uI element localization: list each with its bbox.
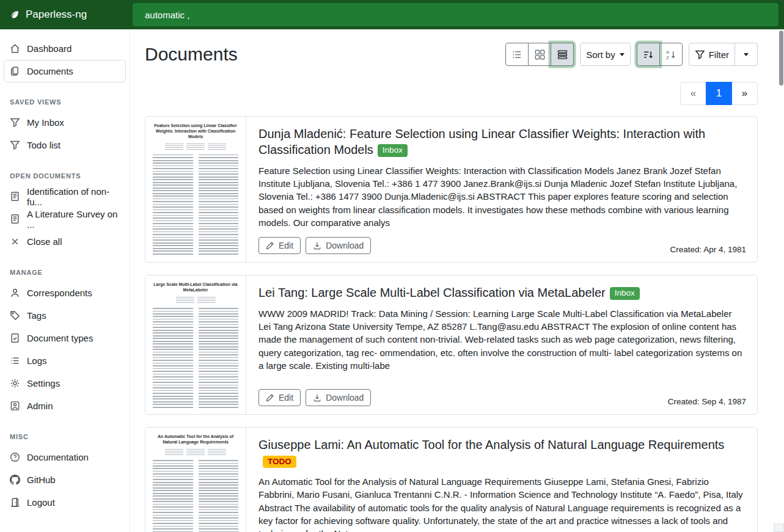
- document-title: Giuseppe Lami: An Automatic Tool for the…: [258, 437, 746, 469]
- sidebar-item-documentation[interactable]: Documentation: [0, 446, 130, 468]
- document-title-link[interactable]: Giuseppe Lami: An Automatic Tool for the…: [258, 438, 724, 451]
- pagination-next-button[interactable]: »: [731, 82, 758, 105]
- sidebar-item-label: Identification of non-fu...: [27, 186, 120, 207]
- dashboard-icon: [10, 43, 20, 54]
- tag-badge-todo[interactable]: TODO: [263, 456, 296, 468]
- sidebar-section-open-documents: OPEN DOCUMENTS: [0, 172, 130, 185]
- app-brand[interactable]: Paperless-ng: [0, 0, 130, 29]
- sidebar-item-my-inbox[interactable]: My Inbox: [0, 111, 130, 134]
- view-table-button[interactable]: [505, 43, 529, 66]
- document-thumbnail[interactable]: Large Scale Multi-Label Classification v…: [145, 275, 246, 414]
- sort-direction-group: AZ: [637, 43, 683, 66]
- tag-badge-inbox[interactable]: Inbox: [610, 287, 640, 300]
- person-icon: [10, 288, 20, 298]
- document-thumbnail[interactable]: An Automatic Tool for the Analysis of Na…: [145, 428, 246, 532]
- sidebar-item-todo-list[interactable]: Todo list: [0, 134, 130, 156]
- sidebar-item-label: Admin: [27, 401, 53, 411]
- document-card-footer: Edit Download Created: Sep 4, 1987: [258, 381, 746, 406]
- sidebar-item-documents[interactable]: Documents: [4, 60, 126, 82]
- sidebar-item-dashboard[interactable]: Dashboard: [0, 37, 130, 60]
- question-circle-icon: [10, 452, 20, 462]
- download-icon: [313, 241, 321, 250]
- scrollbar-corner: [774, 523, 784, 532]
- toolbar: Sort by AZ Filter: [505, 43, 758, 66]
- edit-label: Edit: [279, 393, 293, 403]
- created-date: Created: Apr 4, 1981: [670, 245, 746, 254]
- sidebar-item-close-all[interactable]: Close all: [0, 230, 130, 253]
- vertical-scrollbar-thumb[interactable]: [779, 31, 783, 86]
- edit-button[interactable]: Edit: [258, 237, 301, 254]
- thumbnail-title: Large Scale Multi-Label Classification v…: [153, 282, 238, 293]
- sidebar-item-label: Logout: [27, 497, 55, 508]
- document-title-link[interactable]: Lei Tang: Large Scale Multi-Label Classi…: [258, 286, 606, 299]
- document-card-body: Giuseppe Lami: An Automatic Tool for the…: [246, 428, 757, 532]
- pagination-page-1-button[interactable]: 1: [706, 82, 732, 105]
- documents-page: Documents Sort by: [130, 29, 784, 532]
- sidebar-item-document-types[interactable]: Document types: [0, 327, 130, 349]
- pencil-icon: [266, 241, 274, 250]
- sidebar-item-logs[interactable]: Logs: [0, 349, 130, 372]
- edit-button[interactable]: Edit: [258, 389, 301, 406]
- sidebar-item-label: My Inbox: [27, 117, 64, 128]
- sidebar-item-open-document-2[interactable]: A Literature Survey on ...: [0, 208, 130, 230]
- filter-funnel-icon: [10, 117, 20, 128]
- sort-descending-button[interactable]: [637, 43, 660, 66]
- sidebar-item-label: Dashboard: [27, 43, 71, 54]
- download-label: Download: [326, 393, 364, 403]
- pencil-icon: [266, 393, 274, 402]
- sidebar-item-label: A Literature Survey on ...: [27, 209, 120, 230]
- sidebar-item-admin[interactable]: Admin: [0, 395, 130, 417]
- search-input[interactable]: [133, 3, 779, 26]
- document-title-link[interactable]: Dunja Mladenić: Feature Selection using …: [258, 127, 705, 156]
- sidebar-item-label: Todo list: [27, 140, 60, 150]
- download-button[interactable]: Download: [306, 389, 371, 406]
- sidebar-item-label: Documents: [27, 66, 73, 76]
- page-title: Documents: [145, 44, 238, 65]
- document-card: Feature Selection using Linear Classifie…: [145, 116, 758, 263]
- sidebar-item-tags[interactable]: Tags: [0, 304, 130, 327]
- file-text-icon: [10, 191, 20, 202]
- edit-label: Edit: [279, 241, 293, 250]
- pagination: « 1 »: [145, 82, 758, 105]
- download-label: Download: [326, 241, 364, 250]
- sidebar-item-open-document-1[interactable]: Identification of non-fu...: [0, 185, 130, 208]
- sidebar-item-settings[interactable]: Settings: [0, 372, 130, 395]
- tag-icon: [10, 310, 20, 321]
- download-button[interactable]: Download: [306, 237, 371, 254]
- sort-by-dropdown[interactable]: Sort by: [580, 43, 631, 66]
- view-grid-button[interactable]: [528, 43, 551, 66]
- document-thumbnail[interactable]: Feature Selection using Linear Classifie…: [145, 117, 246, 262]
- filter-button[interactable]: Filter: [689, 43, 735, 66]
- file-check-icon: [10, 333, 20, 343]
- sidebar-item-github[interactable]: GitHub: [0, 468, 130, 491]
- pagination-previous-button[interactable]: «: [680, 82, 706, 105]
- search-bar: [130, 0, 784, 29]
- sidebar-section-misc: MISC: [0, 433, 130, 446]
- thumbnail-text-lines: [153, 460, 238, 532]
- sidebar-item-label: Document types: [27, 333, 93, 343]
- thumbnail-author-lines: [153, 297, 238, 304]
- app-title: Paperless-ng: [26, 9, 87, 21]
- sidebar-item-label: Documentation: [27, 452, 89, 462]
- person-badge-icon: [10, 401, 20, 411]
- filter-group: Filter: [689, 43, 758, 66]
- documents-icon: [10, 66, 20, 76]
- thumbnail-text-lines: [153, 308, 238, 408]
- close-icon: [10, 236, 20, 247]
- tag-badge-inbox[interactable]: Inbox: [378, 144, 408, 157]
- sidebar-item-label: Logs: [27, 355, 47, 366]
- sidebar-item-label: Settings: [27, 378, 60, 388]
- filter-dropdown-toggle[interactable]: [735, 43, 758, 66]
- sidebar-item-logout[interactable]: Logout: [0, 491, 130, 514]
- view-details-button[interactable]: [551, 43, 574, 66]
- sort-alphabetical-button[interactable]: AZ: [659, 43, 683, 66]
- sidebar-item-label: Correspondents: [27, 288, 92, 298]
- sidebar-item-correspondents[interactable]: Correspondents: [0, 282, 130, 304]
- chevron-down-icon: [744, 53, 749, 56]
- document-list: Feature Selection using Linear Classifie…: [145, 116, 758, 532]
- download-icon: [313, 393, 321, 402]
- sidebar-section-saved-views: SAVED VIEWS: [0, 98, 130, 111]
- paperless-leaf-icon: [9, 10, 20, 20]
- sidebar-section-manage: MANAGE: [0, 269, 130, 282]
- sidebar-item-label: GitHub: [27, 475, 56, 485]
